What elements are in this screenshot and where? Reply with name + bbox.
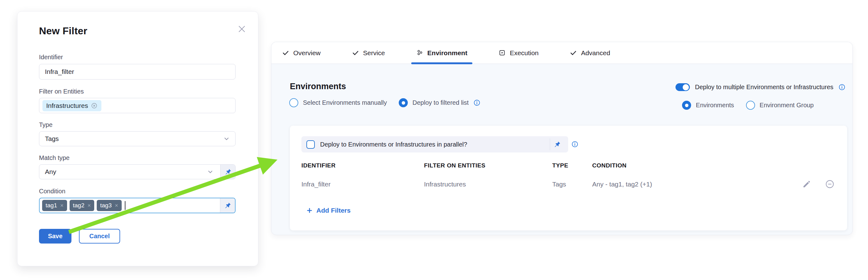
- type-label: Type: [39, 121, 53, 129]
- tab-advanced[interactable]: Advanced: [570, 42, 610, 64]
- tab-service[interactable]: Service: [352, 42, 385, 64]
- check-icon: [570, 49, 577, 57]
- pin-runtime-button[interactable]: [550, 141, 564, 148]
- tab-label: Execution: [510, 49, 538, 57]
- identifier-label: Identifier: [39, 54, 63, 61]
- condition-tag-chip: tag1 ×: [42, 200, 67, 211]
- remove-tag-icon[interactable]: ×: [60, 203, 64, 208]
- radio-environments[interactable]: Environments: [682, 101, 734, 110]
- add-filters-button[interactable]: Add Filters: [306, 207, 351, 214]
- pin-icon: [224, 202, 231, 210]
- identifier-value: Infra_filter: [39, 68, 74, 75]
- parallel-checkbox-label: Deploy to Environments or Infrastructure…: [320, 141, 467, 148]
- pin-icon: [553, 141, 561, 148]
- condition-tags-input[interactable]: tag1 × tag2 × tag3 ×: [39, 198, 236, 213]
- condition-tag-chip: tag3 ×: [97, 200, 122, 211]
- toggle-label: Deploy to multiple Environments or Infra…: [695, 83, 833, 91]
- radio-circle: [682, 101, 691, 110]
- match-type-value: Any: [39, 168, 56, 176]
- multi-environment-toggle-row: Deploy to multiple Environments or Infra…: [676, 83, 845, 91]
- info-icon[interactable]: [838, 83, 845, 91]
- type-select[interactable]: Tags: [39, 131, 236, 146]
- radio-label: Environments: [696, 102, 734, 109]
- pin-icon: [224, 168, 232, 176]
- check-icon: [352, 49, 359, 57]
- section-title: Environments: [290, 82, 346, 91]
- environment-tab-content: Environments Select Environments manuall…: [272, 64, 852, 235]
- pin-runtime-button[interactable]: [220, 198, 235, 213]
- match-type-select[interactable]: Any: [39, 164, 236, 179]
- radio-circle: [746, 101, 755, 110]
- parallel-checkbox-row: Deploy to Environments or Infrastructure…: [301, 136, 568, 152]
- cancel-button[interactable]: Cancel: [79, 229, 120, 244]
- stage-tabbar: Overview Service Environment Execu: [272, 42, 852, 64]
- page: New Filter Identifier Infra_filter Filte…: [0, 0, 868, 280]
- execution-play-icon: [499, 49, 506, 57]
- edit-pencil-icon[interactable]: [802, 179, 811, 189]
- identifier-input[interactable]: Infra_filter: [39, 64, 236, 79]
- close-icon[interactable]: [237, 24, 247, 34]
- condition-label: Condition: [39, 188, 65, 195]
- radio-label: Select Environments manually: [303, 99, 387, 106]
- pipeline-stage-panel: Overview Service Environment Execu: [271, 42, 853, 235]
- add-filters-label: Add Filters: [316, 207, 351, 214]
- col-identifier: IDENTIFIER: [301, 162, 424, 169]
- plus-icon: [306, 207, 313, 214]
- environment-scope-radios: Environments Environment Group: [682, 101, 814, 110]
- radio-circle: [289, 98, 298, 107]
- tab-execution[interactable]: Execution: [499, 42, 538, 64]
- info-icon[interactable]: [473, 99, 480, 106]
- filter-on-entities-input[interactable]: Infrastructures: [39, 98, 236, 113]
- remove-tag-icon[interactable]: ×: [87, 203, 91, 208]
- radio-label: Deploy to filtered list: [412, 99, 469, 106]
- col-condition: CONDITION: [592, 162, 836, 169]
- deploy-multiple-toggle[interactable]: [676, 83, 690, 91]
- table-row[interactable]: Infra_filter Infrastructures Tags Any - …: [301, 176, 794, 193]
- tab-label: Environment: [428, 49, 467, 57]
- tag-label: tag1: [45, 202, 57, 209]
- tab-label: Overview: [293, 49, 321, 57]
- cell-filter-on-entities: Infrastructures: [424, 180, 552, 188]
- col-filter-on-entities: FILTER ON ENTITIES: [424, 162, 552, 169]
- radio-deploy-to-filtered-list[interactable]: Deploy to filtered list: [399, 98, 480, 107]
- row-actions: [802, 179, 835, 189]
- new-filter-modal: New Filter Identifier Infra_filter Filte…: [17, 11, 258, 266]
- chevron-down-icon: [223, 135, 230, 142]
- match-type-label: Match type: [39, 154, 69, 162]
- radio-label: Environment Group: [760, 102, 814, 109]
- environment-mode-radios: Select Environments manually Deploy to f…: [289, 98, 480, 107]
- remove-tag-icon[interactable]: ×: [115, 203, 118, 208]
- tab-environment[interactable]: Environment: [416, 42, 467, 64]
- cell-identifier: Infra_filter: [301, 180, 424, 188]
- chevron-down-icon: [207, 168, 214, 176]
- radio-environment-group[interactable]: Environment Group: [746, 101, 814, 110]
- filters-table-header: IDENTIFIER FILTER ON ENTITIES TYPE CONDI…: [301, 162, 836, 169]
- save-button[interactable]: Save: [39, 229, 71, 244]
- tab-label: Service: [363, 49, 385, 57]
- entity-chip: Infrastructures: [42, 100, 101, 111]
- text-caret: [125, 201, 125, 210]
- environment-hexagons-icon: [416, 49, 424, 57]
- pin-runtime-button[interactable]: [220, 165, 235, 179]
- radio-circle: [399, 98, 408, 107]
- remove-filter-icon[interactable]: [825, 179, 835, 189]
- check-icon: [282, 49, 289, 57]
- tag-label: tag3: [100, 202, 112, 209]
- cell-condition: Any - tag1, tag2 (+1): [592, 180, 794, 188]
- cell-type: Tags: [552, 180, 592, 188]
- entity-chip-label: Infrastructures: [46, 102, 88, 109]
- info-icon[interactable]: [571, 141, 579, 148]
- filter-on-entities-label: Filter on Entities: [39, 88, 84, 95]
- type-value: Tags: [39, 135, 59, 142]
- tag-label: tag2: [73, 202, 85, 209]
- parallel-checkbox[interactable]: [306, 140, 315, 149]
- modal-title: New Filter: [39, 25, 87, 37]
- remove-entity-icon[interactable]: [91, 102, 98, 109]
- filters-card: Deploy to Environments or Infrastructure…: [290, 126, 847, 231]
- tab-overview[interactable]: Overview: [282, 42, 321, 64]
- tab-label: Advanced: [581, 49, 610, 57]
- condition-tag-chip: tag2 ×: [69, 200, 95, 211]
- col-type: TYPE: [552, 162, 592, 169]
- radio-select-environments-manually[interactable]: Select Environments manually: [289, 98, 387, 107]
